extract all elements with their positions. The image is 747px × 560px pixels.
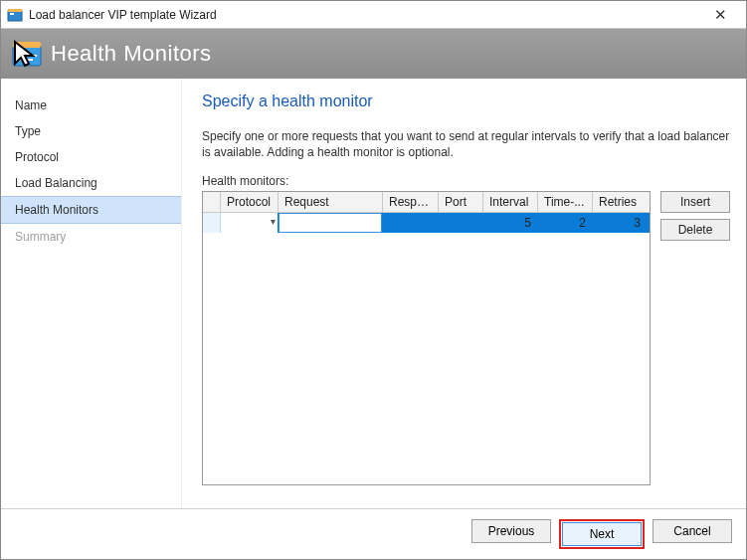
page-heading: Specify a health monitor [202, 93, 730, 110]
banner-title: Health Monitors [51, 41, 212, 67]
cell-protocol[interactable]: ▾ [221, 213, 279, 233]
cell-interval[interactable]: 5 [483, 213, 538, 233]
window-title: Load balancer VIP template Wizard [29, 8, 700, 22]
delete-button[interactable]: Delete [660, 219, 730, 241]
wizard-banner: Health Monitors [1, 29, 746, 79]
col-response[interactable]: Respo... [383, 192, 439, 212]
col-protocol[interactable]: Protocol [221, 192, 279, 212]
sidebar-item-load-balancing[interactable]: Load Balancing [1, 170, 181, 196]
cell-port[interactable] [439, 213, 483, 233]
app-icon [7, 7, 23, 23]
page-description: Specify one or more requests that you wa… [202, 128, 730, 160]
health-monitors-grid[interactable]: Protocol Request Respo... Port Interval … [202, 191, 651, 485]
cell-timeout[interactable]: 2 [538, 213, 593, 233]
col-request[interactable]: Request [279, 192, 383, 212]
grid-label: Health monitors: [202, 174, 730, 188]
cell-request[interactable] [279, 213, 383, 233]
close-button[interactable]: ✕ [700, 6, 740, 24]
cell-response[interactable] [383, 213, 439, 233]
col-interval[interactable]: Interval [483, 192, 538, 212]
wizard-sidebar: Name Type Protocol Load Balancing Health… [1, 79, 182, 508]
wizard-body: Name Type Protocol Load Balancing Health… [1, 79, 746, 508]
chevron-down-icon[interactable]: ▾ [271, 216, 276, 227]
next-button[interactable]: Next [562, 522, 642, 546]
col-port[interactable]: Port [439, 192, 483, 212]
wizard-footer: Previous Next Cancel [1, 508, 746, 559]
wizard-window: Load balancer VIP template Wizard ✕ Heal… [0, 0, 747, 560]
svg-rect-2 [10, 13, 14, 15]
next-button-highlight: Next [559, 519, 645, 549]
sidebar-item-type[interactable]: Type [1, 118, 181, 144]
row-header-spacer [203, 192, 221, 212]
svg-rect-1 [8, 9, 22, 12]
insert-button[interactable]: Insert [660, 191, 730, 213]
previous-button[interactable]: Previous [471, 519, 551, 543]
banner-icon [11, 38, 43, 70]
svg-rect-0 [8, 11, 22, 21]
grid-row[interactable]: ▾ 5 2 3 [203, 213, 650, 233]
sidebar-item-summary: Summary [1, 224, 181, 250]
main-pane: Specify a health monitor Specify one or … [182, 79, 746, 508]
sidebar-item-health-monitors[interactable]: Health Monitors [1, 196, 181, 224]
sidebar-item-name[interactable]: Name [1, 93, 181, 118]
cursor-icon [11, 38, 43, 70]
grid-side-buttons: Insert Delete [660, 191, 730, 241]
row-selector[interactable] [203, 213, 221, 233]
grid-header: Protocol Request Respo... Port Interval … [203, 192, 650, 213]
grid-wrap: Protocol Request Respo... Port Interval … [202, 191, 730, 508]
title-bar: Load balancer VIP template Wizard ✕ [1, 1, 746, 29]
col-retries[interactable]: Retries [593, 192, 648, 212]
sidebar-item-protocol[interactable]: Protocol [1, 144, 181, 170]
col-timeout[interactable]: Time-... [538, 192, 593, 212]
cell-retries[interactable]: 3 [593, 213, 648, 233]
cancel-button[interactable]: Cancel [653, 519, 732, 543]
